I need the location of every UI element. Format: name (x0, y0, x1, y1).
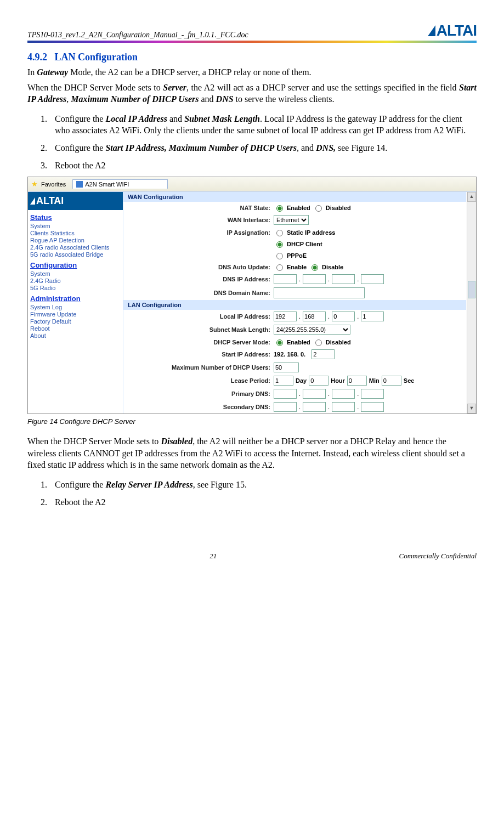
ip-pppoe-text: PPPoE (287, 252, 307, 259)
nat-enabled-text: Enabled (287, 205, 310, 211)
sidebar-logo: ALTAI (28, 192, 123, 210)
tab-favicon-icon (76, 181, 83, 188)
local-ip-2-input[interactable] (303, 312, 326, 321)
dhcp-mode-label: DHCP Server Mode: (128, 339, 270, 346)
ip-assignation-label: IP Assignation: (128, 229, 270, 236)
brand-logo: ALTAI (428, 22, 477, 39)
dns-domain-input[interactable] (274, 287, 365, 298)
nat-disabled-text: Disabled (326, 205, 351, 211)
wan-section-header: WAN Configuration (123, 192, 466, 202)
max-users-label: Maximum Number of DHCP Users: (128, 364, 270, 371)
step-2: Configure the Start IP Address, Maximum … (49, 142, 477, 154)
sidebar-item-cfg-5g[interactable]: 5G Radio (30, 285, 121, 291)
secondary-dns-label: Secondary DNS: (128, 404, 270, 410)
paragraph-3: When the DHCP Server Mode sets to Disabl… (27, 435, 477, 471)
dns-ip-4-input[interactable] (361, 274, 384, 284)
sidebar-item-cfg-24g[interactable]: 2.4G Radio (30, 278, 121, 284)
ip-dhcp-radio[interactable] (276, 241, 283, 248)
pdns-4-input[interactable] (361, 389, 384, 399)
sidebar-head-status: Status (30, 213, 121, 222)
local-ip-3-input[interactable] (332, 312, 355, 321)
sidebar-item-cfg-system[interactable]: System (30, 270, 121, 277)
dns-ip-1-input[interactable] (274, 274, 297, 284)
figure-14-caption: Figure 14 Configure DHCP Server (27, 417, 477, 426)
favorites-label[interactable]: Favorites (41, 181, 66, 188)
tab-title: A2N Smart WIFI (85, 181, 129, 188)
dns-auto-enable-radio[interactable] (276, 264, 283, 271)
sidebar-item-clients-stats[interactable]: Clients Statistics (30, 230, 121, 236)
dns-auto-enable-text: Enable (287, 264, 307, 270)
dhcp-enabled-text: Enabled (287, 339, 310, 346)
sidebar-item-firmware[interactable]: Firmware Update (30, 311, 121, 318)
wan-interface-label: WAN Interface: (128, 217, 270, 223)
nat-disabled-radio[interactable] (315, 205, 322, 212)
doc-filename: TPS10-013_rev1.2_A2N_Configuration_Manua… (27, 31, 248, 39)
dhcp-disabled-radio[interactable] (315, 339, 322, 346)
dns-auto-label: DNS Auto Update: (128, 264, 270, 270)
scroll-down-icon[interactable]: ▼ (467, 404, 476, 414)
lease-day-input[interactable] (274, 376, 293, 386)
sidebar-head-config: Configuration (30, 261, 121, 269)
dhcp-enabled-radio[interactable] (276, 339, 283, 346)
max-users-input[interactable] (274, 363, 299, 372)
start-ip-label: Start IP Address: (128, 351, 270, 358)
favorites-star-icon[interactable]: ★ (31, 180, 38, 188)
paragraph-2: When the DHCP Server Mode sets to Server… (27, 82, 477, 105)
pdns-2-input[interactable] (303, 389, 326, 399)
step-b1: Configure the Relay Server IP Address, s… (49, 479, 477, 491)
start-ip-last-input[interactable] (312, 349, 335, 359)
local-ip-1-input[interactable] (274, 312, 297, 321)
sidebar-item-syslog[interactable]: System Log (30, 304, 121, 310)
sidebar-logo-triangle-icon (30, 197, 35, 205)
page-number: 21 (27, 552, 399, 560)
main-panel: WAN Configuration NAT State: Enabled Dis… (123, 192, 476, 414)
scroll-thumb[interactable] (468, 281, 475, 298)
scroll-up-icon[interactable]: ▲ (467, 192, 476, 202)
dns-ip-label: DNS IP Address: (128, 276, 270, 282)
wan-interface-select[interactable]: Ethernet (274, 215, 309, 225)
pdns-1-input[interactable] (274, 389, 297, 399)
dns-domain-label: DNS Domain Name: (128, 290, 270, 296)
browser-tab[interactable]: A2N Smart WIFI (72, 179, 168, 189)
lease-sec-input[interactable] (382, 376, 401, 386)
vertical-scrollbar[interactable]: ▲ ▼ (467, 192, 476, 414)
pdns-3-input[interactable] (332, 389, 355, 399)
page-footer: 21 Commercially Confidential (27, 552, 477, 560)
sidebar-item-reboot[interactable]: Reboot (30, 325, 121, 332)
sidebar-item-rogue-ap[interactable]: Rogue AP Detection (30, 237, 121, 244)
step-b2: Reboot the A2 (49, 496, 477, 508)
ip-static-text: Static IP address (287, 229, 335, 236)
step-3: Reboot the A2 (49, 160, 477, 172)
sdns-3-input[interactable] (332, 402, 355, 412)
sdns-4-input[interactable] (361, 402, 384, 412)
nat-enabled-radio[interactable] (276, 205, 283, 212)
lan-section-header: LAN Configuration (123, 300, 466, 310)
sidebar: ALTAI Status System Clients Statistics R… (28, 192, 123, 414)
sidebar-item-system[interactable]: System (30, 223, 121, 229)
subnet-mask-label: Subnet Mask Length: (128, 326, 270, 333)
sidebar-item-factory[interactable]: Factory Default (30, 318, 121, 325)
ip-static-radio[interactable] (276, 230, 283, 236)
sidebar-item-5g-bridge[interactable]: 5G radio Associated Bridge (30, 251, 121, 258)
dns-auto-disable-radio[interactable] (312, 264, 318, 271)
logo-triangle-icon (428, 25, 435, 36)
sdns-1-input[interactable] (274, 402, 297, 412)
ip-pppoe-radio[interactable] (276, 253, 283, 259)
sidebar-item-24g-clients[interactable]: 2.4G radio Associated Clients (30, 244, 121, 251)
start-ip-prefix: 192. 168. 0. (274, 351, 305, 358)
sdns-2-input[interactable] (303, 402, 326, 412)
dns-ip-2-input[interactable] (303, 274, 326, 284)
lease-hour-input[interactable] (309, 376, 329, 386)
header-divider (27, 41, 477, 43)
step-1: Configure the Local IP Address and Subne… (49, 113, 477, 137)
primary-dns-label: Primary DNS: (128, 390, 270, 397)
subnet-mask-select[interactable]: 24(255.255.255.0) (274, 325, 350, 335)
nat-state-label: NAT State: (128, 205, 270, 211)
lease-min-input[interactable] (347, 376, 367, 386)
local-ip-4-input[interactable] (361, 312, 384, 321)
local-ip-label: Local IP Address: (128, 313, 270, 320)
browser-toolbar: ★ Favorites A2N Smart WIFI (28, 177, 476, 191)
sidebar-item-about[interactable]: About (30, 332, 121, 339)
figure-14-screenshot: ★ Favorites A2N Smart WIFI ALTAI Status … (27, 177, 477, 414)
dns-ip-3-input[interactable] (332, 274, 355, 284)
